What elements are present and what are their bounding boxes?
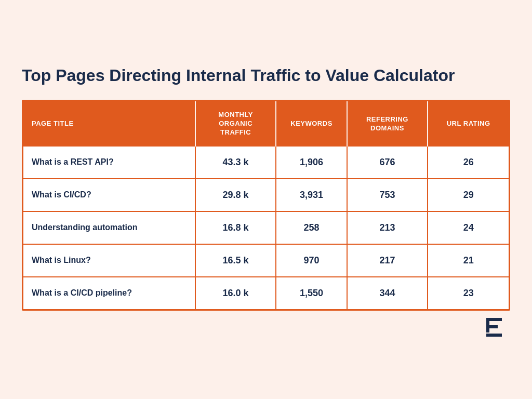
cell-monthly-traffic: 16.8 k <box>195 211 276 244</box>
cell-referring-domains: 344 <box>347 277 428 309</box>
cell-page-title: What is a REST API? <box>23 147 195 179</box>
cell-url-rating: 24 <box>428 211 509 244</box>
cell-url-rating: 29 <box>428 179 509 211</box>
cell-monthly-traffic: 43.3 k <box>195 147 276 179</box>
header-page-title: PAGE TITLE <box>23 101 195 147</box>
cell-referring-domains: 217 <box>347 244 428 277</box>
cell-keywords: 1,906 <box>276 147 347 179</box>
cell-keywords: 970 <box>276 244 347 277</box>
table-row: What is Linux?16.5 k97021721 <box>23 244 509 277</box>
table-header-row: PAGE TITLE MONTHLY ORGANIC TRAFFIC KEYWO… <box>23 101 509 147</box>
cell-url-rating: 23 <box>428 277 509 309</box>
cell-url-rating: 26 <box>428 147 509 179</box>
page-title: Top Pages Directing Internal Traffic to … <box>22 65 510 85</box>
table-wrapper: PAGE TITLE MONTHLY ORGANIC TRAFFIC KEYWO… <box>22 100 510 311</box>
cell-monthly-traffic: 16.5 k <box>195 244 276 277</box>
cell-monthly-traffic: 29.8 k <box>195 179 276 211</box>
svg-rect-2 <box>486 325 498 328</box>
footer-logo <box>22 318 510 339</box>
table-row: What is a CI/CD pipeline?16.0 k1,5503442… <box>23 277 509 309</box>
table-row: What is CI/CD?29.8 k3,93175329 <box>23 179 509 211</box>
main-container: Top Pages Directing Internal Traffic to … <box>11 50 521 349</box>
cell-page-title: What is Linux? <box>23 244 195 277</box>
table-row: Understanding automation16.8 k25821324 <box>23 211 509 244</box>
cell-referring-domains: 753 <box>347 179 428 211</box>
header-referring-domains: REFERRING DOMAINS <box>347 101 428 147</box>
data-table: PAGE TITLE MONTHLY ORGANIC TRAFFIC KEYWO… <box>23 101 509 309</box>
header-monthly-traffic: MONTHLY ORGANIC TRAFFIC <box>195 101 276 147</box>
header-url-rating: URL RATING <box>428 101 509 147</box>
cell-keywords: 258 <box>276 211 347 244</box>
cell-page-title: Understanding automation <box>23 211 195 244</box>
logo-symbol <box>486 318 508 339</box>
table-row: What is a REST API?43.3 k1,90667626 <box>23 147 509 179</box>
cell-page-title: What is CI/CD? <box>23 179 195 211</box>
cell-referring-domains: 676 <box>347 147 428 179</box>
cell-url-rating: 21 <box>428 244 509 277</box>
cell-keywords: 1,550 <box>276 277 347 309</box>
header-keywords: KEYWORDS <box>276 101 347 147</box>
svg-rect-3 <box>486 334 502 337</box>
cell-page-title: What is a CI/CD pipeline? <box>23 277 195 309</box>
cell-monthly-traffic: 16.0 k <box>195 277 276 309</box>
cell-referring-domains: 213 <box>347 211 428 244</box>
cell-keywords: 3,931 <box>276 179 347 211</box>
table-body: What is a REST API?43.3 k1,90667626What … <box>23 147 509 309</box>
